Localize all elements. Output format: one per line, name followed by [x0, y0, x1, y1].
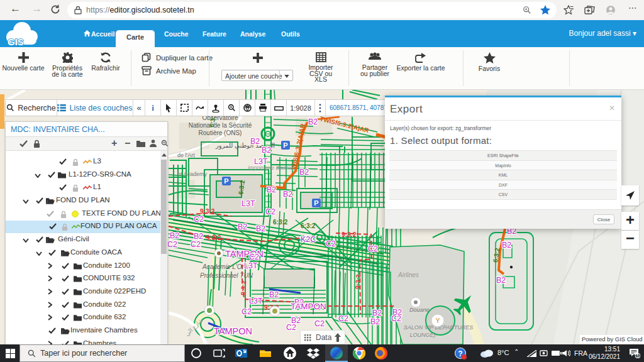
svg-text:C2: C2: [326, 239, 336, 248]
svg-text:L3T: L3T: [249, 297, 263, 305]
svg-text:P: P: [283, 141, 287, 149]
svg-text:C2: C2: [242, 307, 252, 316]
svg-text:K2C: K2C: [301, 235, 316, 244]
svg-text:Professionnel TUN: Professionnel TUN: [200, 272, 253, 279]
svg-text:C2: C2: [265, 207, 275, 216]
svg-text:Airlines: Airlines: [397, 272, 419, 278]
svg-text:C2: C2: [368, 244, 378, 253]
svg-text:B2: B2: [496, 276, 506, 285]
svg-text:B2: B2: [269, 290, 279, 299]
svg-text:B2: B2: [308, 118, 318, 126]
svg-text:Douane: Douane: [409, 307, 430, 313]
svg-text:B2: B2: [250, 137, 260, 146]
svg-text:TAMPON: TAMPON: [214, 326, 252, 336]
svg-text:9:3:2: 9:3:2: [354, 274, 362, 289]
svg-text:P: P: [224, 177, 228, 185]
svg-text:C2: C2: [314, 319, 325, 328]
svg-text:B2: B2: [283, 190, 292, 199]
svg-text:ht Academy: ht Academy: [177, 171, 208, 177]
svg-text:C2: C2: [194, 215, 204, 224]
svg-text:C2: C2: [391, 314, 401, 323]
svg-text:de l'Art: de l'Art: [177, 152, 195, 158]
svg-text:9:3:2: 9:3:2: [240, 280, 247, 295]
svg-text:C2: C2: [191, 240, 201, 249]
svg-text:L3T: L3T: [254, 157, 268, 166]
svg-text:B2: B2: [170, 231, 179, 240]
svg-text:6: 6: [636, 353, 639, 358]
svg-text:B2: B2: [370, 317, 380, 326]
svg-text:B2: B2: [267, 185, 276, 194]
svg-text:GIS: GIS: [8, 36, 24, 47]
svg-text:B2: B2: [502, 241, 511, 250]
svg-text:L3T: L3T: [242, 199, 255, 208]
svg-text:C2: C2: [167, 240, 177, 249]
svg-text:P: P: [314, 199, 318, 207]
svg-text:LOUNGE): LOUNGE): [409, 332, 435, 338]
svg-text:National de la Sécurité: National de la Sécurité: [189, 122, 252, 129]
svg-text:B2: B2: [194, 232, 203, 241]
svg-text:6:3:2: 6:3:2: [273, 219, 288, 226]
svg-text:9:3:2: 9:3:2: [341, 231, 357, 238]
svg-text:C2: C2: [286, 323, 296, 332]
svg-text:Routière (ONS): Routière (ONS): [199, 129, 242, 136]
svg-text:C2: C2: [338, 314, 348, 323]
svg-text:B2: B2: [372, 309, 382, 317]
svg-text:Y: Y: [436, 317, 440, 324]
svg-text:C2: C2: [249, 253, 259, 261]
svg-text:B2: B2: [256, 224, 265, 233]
svg-text:6:3:2: 6:3:2: [301, 222, 316, 229]
svg-text:L3T: L3T: [244, 261, 258, 270]
svg-text:B2: B2: [299, 168, 309, 177]
svg-text:9:3:2: 9:3:2: [206, 234, 221, 241]
svg-text:TAMPON: TAMPON: [291, 302, 326, 311]
svg-text:B2: B2: [262, 146, 271, 155]
svg-text:9:3:2: 9:3:2: [200, 208, 215, 215]
svg-text:B2: B2: [238, 222, 247, 231]
